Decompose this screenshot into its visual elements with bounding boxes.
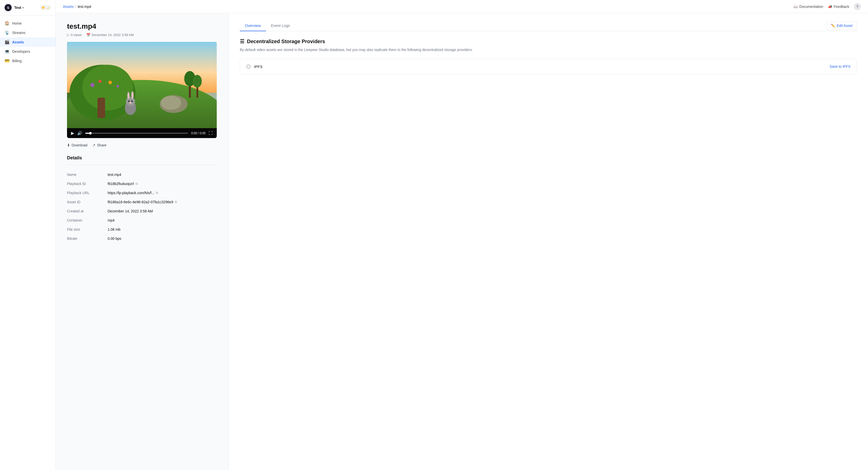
assets-icon: 🎬 [5, 40, 10, 44]
moon-icon: 🌙 [46, 6, 50, 9]
sidebar-item-developers[interactable]: 💻 Developers [0, 47, 56, 56]
breadcrumb-current-page: test.mp4 [78, 5, 91, 9]
detail-key: Asset ID [67, 197, 107, 207]
asset-title: test.mp4 [67, 22, 217, 30]
svg-point-16 [132, 92, 133, 98]
detail-key: File size [67, 225, 107, 234]
svg-point-10 [161, 96, 181, 110]
play-button[interactable]: ▶ [71, 131, 74, 135]
sidebar-item-label-assets: Assets [12, 40, 24, 44]
svg-point-6 [98, 80, 101, 83]
video-scene-svg [67, 42, 217, 128]
detail-value: mp4 [107, 216, 217, 225]
documentation-link[interactable]: 📖 Documentation [794, 5, 823, 9]
sidebar-item-billing[interactable]: 💳 Billing [0, 56, 56, 65]
table-row: Playback ID f618b2fiuduopzrl⧉ [67, 179, 217, 188]
svg-point-12 [126, 97, 135, 106]
stack-icon: ☰ [240, 38, 244, 44]
detail-value: f618b2fiuduopzrl⧉ [107, 179, 217, 188]
sidebar-item-assets[interactable]: 🎬 Assets [0, 37, 56, 47]
svg-point-19 [129, 102, 132, 103]
storage-description: By default video assets are stored in th… [240, 47, 857, 53]
tab-overview[interactable]: Overview [240, 20, 266, 31]
video-thumbnail [67, 42, 217, 128]
developers-icon: 💻 [5, 49, 10, 54]
save-to-ipfs-button[interactable]: Save to IPFS [830, 64, 850, 68]
home-icon: 🏠 [5, 21, 10, 26]
detail-value: December 14, 2022 3:58 AM [107, 207, 217, 216]
download-button[interactable]: ⬇ Download [67, 142, 87, 148]
svg-point-3 [82, 65, 133, 111]
svg-point-18 [131, 100, 133, 102]
asset-date: 📅 December 14, 2022 3:58 AM [86, 33, 134, 37]
copy-icon[interactable]: ⧉ [175, 200, 177, 204]
tabs: Overview Event Logs ✏️ Edit Asset [240, 20, 857, 31]
asset-meta: ▷ 0 views 📅 December 14, 2022 3:58 AM [67, 33, 217, 37]
help-button[interactable]: ? [854, 3, 861, 10]
details-table: Name test.mp4 Playback ID f618b2fiuduopz… [67, 170, 217, 243]
main-wrapper: Assets / test.mp4 📖 Documentation 📣 Feed… [56, 0, 868, 470]
detail-value: test.mp4 [107, 170, 217, 179]
detail-key: Container [67, 216, 107, 225]
topbar: Assets / test.mp4 📖 Documentation 📣 Feed… [56, 0, 868, 13]
detail-key: Bitrate [67, 234, 107, 243]
svg-point-5 [90, 83, 94, 87]
ipfs-icon: ⬡ [246, 63, 250, 69]
sidebar-org-name: Test ▾ [14, 6, 24, 10]
svg-point-15 [128, 93, 129, 99]
video-player: ▶ 🔊 0:00 / 0:05 ⛶ [67, 42, 217, 138]
sidebar-item-label-billing: Billing [12, 59, 22, 63]
table-row: Name test.mp4 [67, 170, 217, 179]
pencil-icon: ✏️ [831, 24, 835, 28]
svg-point-8 [117, 85, 119, 88]
breadcrumb-separator: / [75, 5, 76, 9]
share-button[interactable]: ↗ Share [92, 142, 106, 148]
sidebar-item-label-streams: Streams [12, 31, 25, 35]
svg-point-7 [108, 81, 112, 84]
tab-event-logs[interactable]: Event Logs [266, 20, 295, 31]
fullscreen-button[interactable]: ⛶ [209, 131, 213, 135]
sidebar-item-streams[interactable]: 📡 Streams [0, 28, 56, 37]
asset-views: ▷ 0 views [67, 33, 82, 37]
sidebar-item-label-home: Home [12, 21, 22, 25]
ipfs-label: IPFS [254, 64, 826, 69]
download-icon: ⬇ [67, 143, 70, 147]
sidebar-logo: S [5, 4, 12, 11]
sidebar-item-home[interactable]: 🏠 Home [0, 19, 56, 28]
video-controls: ▶ 🔊 0:00 / 0:05 ⛶ [67, 128, 217, 138]
chevron-down-icon: ▾ [22, 6, 24, 9]
sidebar: S Test ▾ ☀️ 🌙 🏠 Home 📡 Streams 🎬 Assets … [0, 0, 56, 470]
breadcrumb-assets-link[interactable]: Assets [63, 5, 73, 9]
breadcrumb: Assets / test.mp4 [63, 5, 91, 9]
table-row: Created at December 14, 2022 3:58 AM [67, 207, 217, 216]
details-section-title: Details [67, 155, 217, 161]
mute-button[interactable]: 🔊 [77, 131, 82, 135]
play-icon: ▷ [67, 33, 69, 37]
right-panel: Overview Event Logs ✏️ Edit Asset ☰ Dece… [228, 13, 868, 470]
table-row: Container mp4 [67, 216, 217, 225]
detail-key: Playback ID [67, 179, 107, 188]
content: test.mp4 ▷ 0 views 📅 December 14, 2022 3… [56, 13, 868, 470]
ipfs-card: ⬡ IPFS Save to IPFS [240, 59, 857, 74]
copy-icon[interactable]: ⧉ [135, 182, 138, 186]
feedback-link[interactable]: 📣 Feedback [828, 5, 849, 9]
question-mark-icon: ? [856, 5, 858, 9]
sidebar-header[interactable]: S Test ▾ ☀️ 🌙 [0, 0, 56, 15]
calendar-icon: 📅 [86, 33, 90, 37]
time-display: 0:00 / 0:05 [191, 131, 206, 135]
sun-icon: ☀️ [41, 6, 45, 9]
topbar-right: 📖 Documentation 📣 Feedback ? [794, 3, 861, 10]
streams-icon: 📡 [5, 30, 10, 35]
copy-icon[interactable]: ⧉ [156, 191, 158, 195]
details-divider [67, 165, 217, 165]
sidebar-item-label-developers: Developers [12, 50, 30, 54]
svg-point-17 [128, 100, 130, 102]
share-icon: ↗ [92, 143, 95, 147]
table-row: Bitrate 0.00 bps [67, 234, 217, 243]
svg-point-23 [193, 75, 202, 88]
edit-asset-button[interactable]: ✏️ Edit Asset [827, 21, 857, 30]
progress-bar[interactable] [85, 133, 188, 134]
theme-toggle[interactable]: ☀️ 🌙 [40, 5, 51, 10]
progress-dot [89, 132, 92, 134]
left-panel: test.mp4 ▷ 0 views 📅 December 14, 2022 3… [56, 13, 228, 470]
